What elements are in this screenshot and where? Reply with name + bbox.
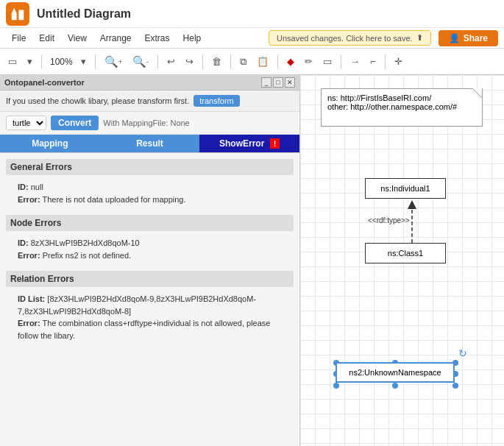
connector-button[interactable]: ⌐	[366, 54, 380, 69]
transform-button[interactable]: transform	[194, 95, 239, 107]
menu-view[interactable]: View	[62, 31, 93, 46]
general-error-label: Error:	[18, 195, 40, 204]
panel-tabs: Mapping Result ShowError !	[0, 135, 299, 153]
zoom-control: 100% ▾	[47, 54, 90, 69]
node-id-value: 8zX3HLwPI9B2HdXd8qoM-10	[31, 238, 140, 247]
namespace-node[interactable]: ns: http://FirstIsBaseIRI.com/ other: ht…	[321, 88, 483, 127]
individual-node[interactable]: ns:Individual1	[365, 178, 446, 199]
node-error-value: Prefix ns2 is not defined.	[43, 251, 131, 260]
menu-bar: File Edit View Arrange Extras Help Unsav…	[0, 28, 504, 49]
tab-mapping[interactable]: Mapping	[0, 135, 100, 152]
page-dropdown-button[interactable]: ▾	[24, 54, 36, 69]
relation-id-value: [8zX3HLwPI9B2HdXd8qoM-9,8zX3HLwPI9B2HdXd…	[18, 294, 256, 316]
relation-errors-section: Relation Errors ID List: [8zX3HLwPI9B2Hd…	[6, 271, 294, 344]
panel-maximize-button[interactable]: □	[273, 77, 283, 88]
paste-button[interactable]: 📋	[253, 54, 272, 69]
copy-icon: ⧉	[240, 56, 246, 68]
relation-id-label: ID List:	[18, 294, 45, 303]
menu-edit[interactable]: Edit	[33, 31, 60, 46]
arrow-icon: →	[350, 56, 360, 67]
panel-info-bar: If you used the chowlk libary, please tr…	[0, 91, 299, 112]
general-errors-section: General Errors ID: null Error: There is …	[6, 159, 294, 208]
undo-icon: ↩	[167, 56, 175, 67]
redo-button[interactable]: ↪	[182, 54, 197, 69]
unknown-label: ns2:UnknownNamespace	[349, 368, 441, 377]
fill-color-button[interactable]: ◆	[283, 54, 298, 69]
line-color-button[interactable]: ✏	[301, 54, 316, 69]
ontopanel: Ontopanel-convertor _ □ ✕ If you used th…	[0, 75, 300, 446]
menu-extras[interactable]: Extras	[139, 31, 176, 46]
rdf-type-label: <<rdf:type>>	[368, 216, 410, 224]
general-error-item: ID: null Error: There is not data upload…	[6, 179, 294, 208]
format-select[interactable]: turtle	[6, 116, 46, 130]
menu-file[interactable]: File	[6, 31, 32, 46]
svg-rect-0	[12, 13, 17, 20]
relation-error-item: ID List: [8zX3HLwPI9B2HdXd8qoM-9,8zX3HLw…	[6, 291, 294, 344]
general-errors-header: General Errors	[6, 159, 294, 175]
separator-5	[230, 54, 231, 69]
arrow-button[interactable]: →	[347, 54, 363, 69]
node-error-item: ID: 8zX3HLwPI9B2HdXd8qoM-10 Error: Prefi…	[6, 235, 294, 263]
node-error-label: Error:	[18, 251, 40, 260]
separator-7	[341, 54, 341, 69]
panel-controls: _ □ ✕	[261, 77, 295, 88]
zoom-dropdown-button[interactable]: ▾	[77, 54, 90, 69]
page-setup-button[interactable]: ▭	[4, 54, 21, 69]
sel-handle-bm[interactable]	[392, 383, 398, 389]
undo-button[interactable]: ↩	[163, 54, 179, 69]
rotate-handle[interactable]: ↻	[458, 347, 467, 359]
class-node[interactable]: ns:Class1	[365, 243, 446, 263]
mapping-file-label: With MappingFile: None	[103, 118, 189, 127]
node-errors-section: Node Errors ID: 8zX3HLwPI9B2HdXd8qoM-10 …	[6, 215, 294, 263]
shape-button[interactable]: ▭	[319, 54, 336, 69]
fill-icon: ◆	[287, 56, 294, 67]
tab-result[interactable]: Result	[100, 135, 200, 152]
pointer-button[interactable]: ✛	[391, 54, 406, 69]
class-label: ns:Class1	[388, 249, 423, 258]
sel-handle-br[interactable]	[452, 383, 458, 389]
separator-3	[157, 54, 158, 69]
panel-close-button[interactable]: ✕	[285, 77, 295, 88]
separator-1	[41, 54, 42, 69]
tab-showerror[interactable]: ShowError !	[199, 135, 299, 152]
line-icon: ✏	[305, 56, 313, 67]
save-notice-text: Unsaved changes. Click here to save.	[277, 34, 413, 43]
paste-icon: 📋	[257, 56, 269, 67]
shape-icon: ▭	[323, 56, 332, 67]
panel-content: General Errors ID: null Error: There is …	[0, 153, 299, 446]
app-logo	[6, 2, 29, 26]
node-errors-header: Node Errors	[6, 215, 294, 231]
separator-2	[95, 54, 96, 69]
panel-title: Ontopanel-convertor	[4, 78, 85, 87]
zoom-in-button[interactable]: 🔍+	[101, 53, 126, 71]
zoom-value: 100%	[47, 55, 76, 68]
save-notice[interactable]: Unsaved changes. Click here to save. ⬆	[269, 30, 431, 46]
sel-handle-bl[interactable]	[333, 383, 339, 389]
unknown-namespace-node[interactable]: ns2:UnknownNamespace	[336, 362, 455, 383]
error-badge: !	[270, 138, 280, 149]
zoom-in-icon: 🔍	[104, 55, 118, 68]
delete-button[interactable]: 🗑	[208, 54, 225, 69]
title-bar: Untitled Diagram	[0, 0, 504, 28]
panel-convert-row: turtle Convert With MappingFile: None	[0, 112, 299, 135]
node-id-label: ID:	[18, 238, 29, 247]
relation-error-value: The combination class+rdftype+individual…	[18, 319, 270, 340]
zoom-out-button[interactable]: 🔍-	[129, 53, 152, 71]
toolbar: ▭ ▾ 100% ▾ 🔍+ 🔍- ↩ ↪ 🗑 ⧉ 📋 ◆ ✏ ▭ → ⌐ ✛	[0, 49, 504, 75]
copy-button[interactable]: ⧉	[236, 54, 250, 70]
share-button[interactable]: 👤 Share	[439, 30, 498, 46]
upload-icon: ⬆	[416, 33, 423, 43]
separator-8	[385, 54, 386, 69]
canvas[interactable]: ns: http://FirstIsBaseIRI.com/ other: ht…	[300, 75, 504, 446]
menu-arrange[interactable]: Arrange	[94, 31, 138, 46]
zoom-out-icon: 🔍	[132, 55, 146, 68]
panel-minimize-button[interactable]: _	[261, 77, 271, 88]
separator-4	[202, 54, 203, 69]
menu-help[interactable]: Help	[177, 31, 207, 46]
redo-icon: ↪	[185, 56, 194, 67]
namespace-line2: other: http://other.namespace.com/#	[327, 102, 476, 111]
delete-icon: 🗑	[212, 56, 221, 67]
relation-errors-header: Relation Errors	[6, 271, 294, 287]
convert-button[interactable]: Convert	[51, 116, 99, 130]
diagram-title: Untitled Diagram	[37, 7, 131, 21]
